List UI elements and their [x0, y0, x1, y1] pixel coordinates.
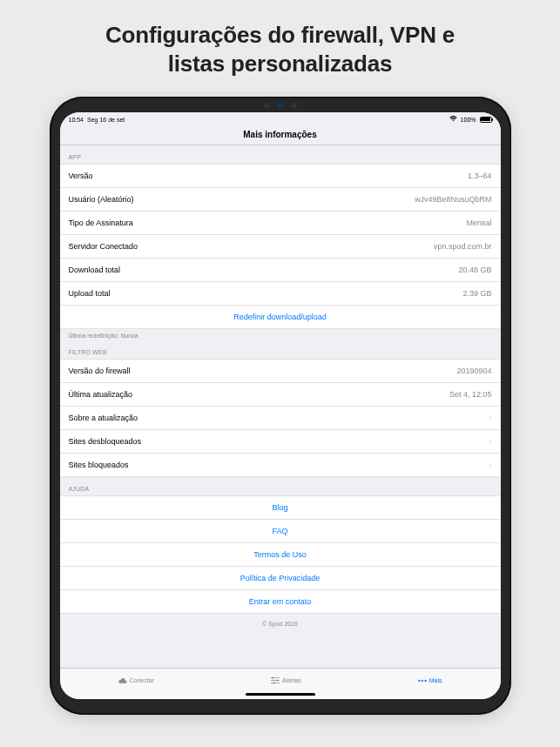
- row-blocked-sites[interactable]: Sites bloqueados ›: [60, 454, 501, 476]
- label-terms: Termos de Uso: [253, 550, 307, 559]
- wifi-icon: [449, 116, 457, 123]
- group-help: Blog FAQ Termos de Uso Política de Priva…: [60, 495, 501, 614]
- label-last-update: Última atualização: [69, 390, 449, 399]
- cloud-icon: [118, 676, 127, 685]
- status-date: Seg 16 de set: [87, 117, 125, 123]
- status-bar: 10:54 Seg 16 de set 100%: [60, 112, 501, 124]
- row-upload: Upload total 2.39 GB: [60, 282, 501, 306]
- chevron-right-icon: ›: [489, 437, 492, 446]
- section-header-webfilter: FILTRO WEB: [60, 340, 501, 359]
- nav-bar: Mais informações: [60, 124, 501, 145]
- svg-rect-1: [271, 680, 280, 681]
- value-last-update: Set 4, 12:05: [449, 390, 492, 399]
- row-last-update: Última atualização Set 4, 12:05: [60, 383, 501, 407]
- row-user: Usuário (Aleatório) wJv49Be8NusuQbRM: [60, 188, 501, 212]
- tab-connect[interactable]: Conectar: [118, 676, 154, 685]
- row-unblocked-sites[interactable]: Sites desbloqueados ›: [60, 430, 501, 454]
- svg-point-8: [424, 679, 426, 681]
- label-fw-version: Versão do firewall: [69, 367, 457, 375]
- svg-point-4: [276, 679, 278, 681]
- copyright: © Spod 2019: [60, 614, 501, 637]
- tab-alerts-label: Alertas: [282, 677, 301, 683]
- value-upload: 2.39 GB: [462, 289, 491, 298]
- row-download: Download total 20.48 GB: [60, 259, 501, 282]
- label-faq: FAQ: [272, 527, 287, 535]
- label-contact: Entrar em contato: [249, 597, 312, 606]
- svg-point-3: [272, 677, 273, 679]
- section-header-help: AJUDA: [60, 477, 501, 495]
- content-scroll[interactable]: APP Versão 1.3–64 Usuário (Aleatório) wJ…: [60, 145, 501, 668]
- tab-more[interactable]: Mais: [418, 676, 442, 685]
- status-battery-pct: 100%: [461, 117, 476, 123]
- row-subscription: Tipo de Assinatura Mensal: [60, 212, 501, 235]
- row-fw-version: Versão do firewall 20190904: [60, 360, 501, 383]
- link-terms[interactable]: Termos de Uso: [60, 543, 501, 567]
- sliders-icon: [271, 676, 280, 685]
- link-contact[interactable]: Entrar em contato: [60, 590, 501, 613]
- tab-alerts[interactable]: Alertas: [271, 676, 301, 685]
- device-screen: 10:54 Seg 16 de set 100% Mais informaçõe…: [60, 112, 501, 699]
- svg-point-7: [422, 679, 423, 681]
- link-privacy[interactable]: Política de Privacidade: [60, 567, 501, 590]
- more-icon: [418, 676, 427, 685]
- value-version: 1.3–64: [468, 172, 492, 180]
- value-user: wJv49Be8NusuQbRM: [415, 195, 492, 204]
- svg-point-5: [273, 682, 274, 683]
- tab-more-label: Mais: [429, 677, 442, 683]
- svg-point-6: [418, 679, 420, 681]
- label-subscription: Tipo de Assinatura: [69, 219, 467, 227]
- device-frame: 10:54 Seg 16 de set 100% Mais informaçõe…: [50, 97, 511, 715]
- value-fw-version: 20190904: [456, 367, 491, 375]
- group-app: Versão 1.3–64 Usuário (Aleatório) wJv49B…: [60, 164, 501, 329]
- marketing-title: Configurações do firewall, VPN e listas …: [105, 21, 455, 77]
- link-blog[interactable]: Blog: [60, 496, 501, 520]
- value-subscription: Mensal: [466, 219, 491, 227]
- chevron-right-icon: ›: [489, 414, 492, 422]
- reset-link-label: Redefinir download/upload: [233, 313, 327, 321]
- section-footer-app: Última redefinição: Nunca: [60, 329, 501, 340]
- row-version: Versão 1.3–64: [60, 165, 501, 188]
- label-blog: Blog: [272, 503, 287, 512]
- group-webfilter: Versão do firewall 20190904 Última atual…: [60, 359, 501, 477]
- label-version: Versão: [69, 172, 468, 180]
- label-unblocked: Sites desbloqueados: [69, 437, 484, 446]
- label-about-update: Sobre a atualização: [69, 414, 484, 422]
- home-indicator: [246, 693, 315, 696]
- label-download: Download total: [69, 266, 459, 274]
- label-privacy: Política de Privacidade: [240, 574, 320, 582]
- tab-connect-label: Conectar: [130, 677, 154, 683]
- value-download: 20.48 GB: [458, 266, 491, 274]
- label-user: Usuário (Aleatório): [69, 195, 415, 204]
- row-server: Servidor Conectado vpn.spod.com.br: [60, 235, 501, 259]
- device-camera: [278, 103, 283, 108]
- chevron-right-icon: ›: [489, 461, 492, 469]
- row-about-update[interactable]: Sobre a atualização ›: [60, 407, 501, 430]
- label-upload: Upload total: [69, 289, 463, 298]
- battery-icon: [480, 117, 492, 123]
- label-blocked: Sites bloqueados: [69, 461, 484, 469]
- nav-title: Mais informações: [243, 130, 316, 139]
- link-faq[interactable]: FAQ: [60, 520, 501, 543]
- status-time: 10:54: [69, 117, 84, 123]
- reset-download-upload-button[interactable]: Redefinir download/upload: [60, 306, 501, 328]
- value-server: vpn.spod.com.br: [434, 242, 492, 251]
- section-header-app: APP: [60, 145, 501, 164]
- label-server: Servidor Conectado: [69, 242, 434, 251]
- svg-rect-2: [271, 683, 280, 683]
